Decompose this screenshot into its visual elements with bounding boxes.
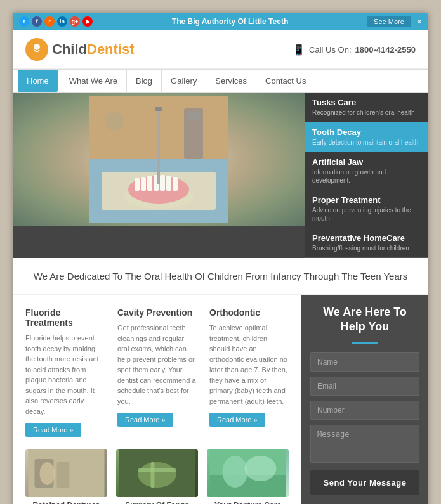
content-area: Fluoride Treatments Fluoride helps preve… (13, 295, 301, 504)
top-bar: t f r in g+ ▶ The Big Authority Of Littl… (13, 13, 428, 30)
gallery-image-1 (25, 449, 107, 497)
tooth-decay-desc: Early detection to maintain oral health (312, 138, 421, 146)
gallery-row: Retained Dentures Mouth & Gum Care Surge… (25, 449, 289, 504)
svg-point-30 (245, 456, 277, 481)
svg-rect-26 (138, 468, 176, 472)
svg-rect-15 (155, 107, 162, 111)
see-more-button[interactable]: See More (367, 16, 411, 27)
rss-icon[interactable]: r (44, 16, 55, 27)
gallery-card-2: Surgery Of Fangs Injury Infant Tooth Car… (116, 449, 198, 504)
send-message-button[interactable]: Send Your Message (310, 470, 419, 495)
phone-number: 1800-4142-2550 (355, 45, 416, 55)
fluoride-desc: Fluoride helps prevent tooth decay by ma… (25, 333, 105, 417)
svg-rect-7 (135, 178, 140, 191)
gallery-title-2: Surgery Of Fangs Injury (116, 501, 198, 504)
sidebar-item-artificial-jaw[interactable]: Artificial Jaw Information on growth and… (305, 152, 428, 190)
sidebar-item-proper-treatment[interactable]: Proper Treatment Advice on preventing in… (305, 190, 428, 228)
navigation: Home What We Are Blog Gallery Services C… (13, 69, 428, 93)
sidebar-item-tusks-care[interactable]: Tusks Care Recognized for children's ora… (305, 93, 428, 122)
cavity-title: Cavity Prevention (117, 307, 197, 318)
close-icon[interactable]: × (417, 16, 422, 27)
svg-point-22 (40, 462, 55, 485)
logo-text-dentist: Dentist (87, 41, 135, 57)
googleplus-icon[interactable]: g+ (70, 16, 80, 27)
fluoride-read-more[interactable]: Read More » (25, 423, 81, 437)
contact-form-sidebar: We Are Here To Help You Send Your Messag… (301, 295, 428, 504)
nav-item-home[interactable]: Home (18, 70, 58, 92)
svg-rect-25 (151, 462, 155, 488)
linkedin-icon[interactable]: in (57, 16, 67, 27)
service-card-fluoride: Fluoride Treatments Fluoride helps preve… (25, 307, 105, 437)
service-card-cavity: Cavity Prevention Get professional teeth… (117, 307, 197, 437)
gallery-title-1: Retained Dentures (25, 501, 107, 504)
form-divider (352, 342, 378, 344)
facebook-icon[interactable]: f (32, 16, 42, 27)
logo: ChildDentist (25, 38, 135, 61)
nav-item-what-we-are[interactable]: What We Are (60, 70, 127, 92)
phone-icon: 📱 (293, 44, 305, 56)
artificial-jaw-title: Artificial Jaw (312, 157, 421, 167)
header-phone: 📱 Call Us On: 1800-4142-2550 (293, 44, 416, 56)
svg-rect-12 (166, 176, 171, 191)
tooth-decay-title: Tooth Decay (312, 127, 421, 137)
gallery-card-3: Your Denture Care Denture Care (207, 449, 289, 504)
dental-model-svg (89, 96, 228, 223)
proper-treatment-title: Proper Treatment (312, 195, 421, 205)
gallery-card-1: Retained Dentures Mouth & Gum Care (25, 449, 107, 504)
orthodontic-desc: To achieve optimal treatment, children s… (209, 323, 289, 406)
number-input[interactable] (310, 401, 419, 420)
logo-icon (25, 38, 48, 61)
youtube-icon[interactable]: ▶ (82, 16, 93, 27)
name-input[interactable] (310, 352, 419, 372)
fluoride-title: Fluoride Treatments (25, 307, 105, 328)
svg-point-24 (138, 462, 176, 488)
top-bar-title: The Big Authority Of Little Teeth (172, 17, 288, 26)
svg-rect-14 (157, 108, 160, 184)
cavity-read-more[interactable]: Read More » (117, 413, 173, 427)
svg-point-0 (34, 44, 40, 50)
sidebar-item-tooth-decay[interactable]: Tooth Decay Early detection to maintain … (305, 122, 428, 152)
service-card-orthodontic: Orthodontic To achieve optimal treatment… (209, 307, 289, 437)
tagline: We Are Dedicated To The Oral Health Of C… (13, 258, 428, 295)
logo-text-child: Child (52, 41, 87, 57)
email-input[interactable] (310, 377, 419, 396)
svg-rect-13 (173, 177, 178, 191)
homecare-desc: Brushing/flossing must for children (312, 244, 421, 252)
svg-rect-9 (147, 176, 152, 191)
homecare-title: Preventative HomeCare (312, 233, 421, 243)
proper-treatment-desc: Advice on preventing injuries to the mou… (312, 206, 421, 223)
svg-rect-28 (210, 475, 286, 497)
nav-item-gallery[interactable]: Gallery (162, 70, 206, 92)
form-heading: We Are Here To Help You (310, 305, 419, 335)
tusks-care-desc: Recognized for children's oral health (312, 108, 421, 117)
gallery-image-2 (116, 449, 198, 497)
svg-point-29 (223, 456, 248, 488)
svg-rect-11 (160, 175, 165, 191)
artificial-jaw-desc: Information on growth and development. (312, 168, 421, 184)
gallery-title-3: Your Denture Care (207, 501, 289, 504)
hero-image (13, 93, 305, 226)
svg-rect-21 (57, 462, 70, 488)
nav-item-services[interactable]: Services (206, 70, 256, 92)
svg-point-18 (105, 112, 124, 131)
phone-label: Call Us On: (309, 45, 351, 55)
orthodontic-title: Orthodontic (209, 307, 289, 318)
gallery-image-3 (207, 449, 289, 497)
nav-item-contact[interactable]: Contact Us (256, 70, 315, 92)
twitter-icon[interactable]: t (19, 16, 29, 27)
main-content: Fluoride Treatments Fluoride helps preve… (13, 295, 428, 504)
message-input[interactable] (310, 425, 419, 463)
cavity-desc: Get professional teeth cleanings and reg… (117, 323, 197, 406)
sidebar-item-homecare[interactable]: Preventative HomeCare Brushing/flossing … (305, 228, 428, 258)
svg-rect-17 (187, 112, 200, 119)
header: ChildDentist 📱 Call Us On: 1800-4142-255… (13, 30, 428, 69)
services-row: Fluoride Treatments Fluoride helps preve… (25, 307, 289, 437)
nav-item-blog[interactable]: Blog (127, 70, 162, 92)
hero-sidebar: Tusks Care Recognized for children's ora… (305, 93, 428, 258)
social-icons: t f r in g+ ▶ (19, 16, 93, 27)
tusks-care-title: Tusks Care (312, 98, 421, 107)
svg-rect-8 (141, 177, 146, 191)
hero-section: Tusks Care Recognized for children's ora… (13, 93, 428, 258)
orthodontic-read-more[interactable]: Read More » (209, 413, 265, 427)
